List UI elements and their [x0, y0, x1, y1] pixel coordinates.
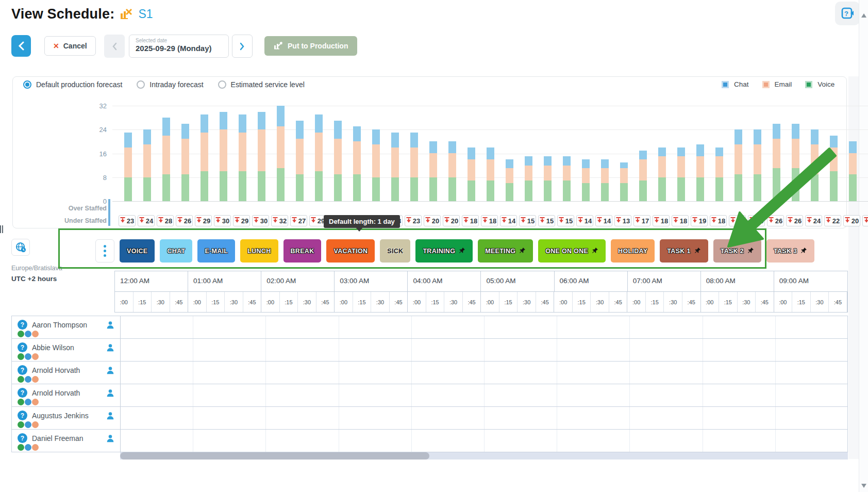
forecast-radio-2[interactable]: Estimated service level — [218, 80, 305, 89]
schedule-slot[interactable] — [339, 430, 412, 452]
schedule-slot[interactable] — [266, 407, 339, 429]
schedule-slot[interactable] — [266, 384, 339, 406]
previous-day-button[interactable] — [104, 35, 125, 58]
schedule-slot[interactable] — [703, 362, 776, 384]
activity-button-e-mail[interactable]: E-MAIL — [197, 239, 235, 263]
schedule-slot[interactable] — [630, 316, 703, 338]
schedule-slot[interactable] — [193, 384, 266, 406]
schedule-slot[interactable] — [193, 316, 266, 338]
schedule-slot[interactable] — [266, 316, 339, 338]
employee-help-icon[interactable]: ? — [18, 342, 27, 352]
next-day-button[interactable] — [232, 35, 253, 58]
schedule-slot[interactable] — [485, 430, 557, 452]
employee-help-icon[interactable]: ? — [18, 433, 27, 443]
legend-item-chat[interactable]: Chat — [722, 80, 749, 88]
help-video-button[interactable]: ? — [835, 2, 860, 25]
schedule-slot[interactable] — [703, 407, 776, 429]
employee-row[interactable]: ?Augustus Jenkins — [12, 407, 847, 430]
legend-item-email[interactable]: Email — [762, 80, 792, 88]
schedule-slot[interactable] — [776, 407, 848, 429]
legend-item-voice[interactable]: Voice — [805, 80, 834, 88]
schedule-slot[interactable] — [121, 362, 193, 384]
schedule-slot[interactable] — [630, 384, 703, 406]
schedule-slot[interactable] — [557, 316, 630, 338]
person-icon[interactable] — [106, 343, 115, 354]
activity-button-one-on-one[interactable]: ONE ON ONE — [538, 239, 606, 263]
schedule-slot[interactable] — [266, 430, 339, 452]
selected-date-field[interactable]: Selected date 2025-09-29 (Monday) — [129, 35, 229, 58]
activity-button-task-1[interactable]: TASK 1 — [660, 239, 708, 263]
schedule-slot[interactable] — [557, 339, 630, 361]
activity-button-sick[interactable]: SICK — [380, 239, 410, 263]
employee-row[interactable]: ?Arnold Horvath — [12, 384, 847, 407]
radio-dot-icon[interactable] — [137, 80, 145, 89]
schedule-slot[interactable] — [121, 407, 193, 429]
schedule-slot[interactable] — [776, 316, 848, 338]
schedule-slot[interactable] — [412, 430, 485, 452]
schedule-slot[interactable] — [703, 384, 776, 406]
person-icon[interactable] — [106, 411, 115, 422]
activity-button-break[interactable]: BREAK — [283, 239, 322, 263]
back-button[interactable] — [11, 35, 31, 57]
schedule-slot[interactable] — [776, 384, 848, 406]
schedule-slot[interactable] — [266, 339, 339, 361]
horizontal-scrollbar[interactable] — [120, 452, 848, 460]
schedule-slot[interactable] — [339, 407, 412, 429]
schedule-slot[interactable] — [557, 430, 630, 452]
activity-button-task-3[interactable]: TASK 3 — [766, 239, 814, 263]
activity-button-vacation[interactable]: VACATION — [326, 239, 375, 263]
schedule-slot[interactable] — [121, 384, 193, 406]
person-icon[interactable] — [106, 366, 115, 377]
schedule-slot[interactable] — [193, 407, 266, 429]
activity-button-training[interactable]: TRAINING — [415, 239, 473, 263]
schedule-slot[interactable] — [339, 339, 412, 361]
scroll-up-arrow-icon[interactable] — [861, 13, 866, 18]
schedule-slot[interactable] — [339, 316, 412, 338]
person-icon[interactable] — [106, 434, 115, 445]
schedule-slot[interactable] — [485, 407, 557, 429]
radio-dot-icon[interactable] — [23, 80, 31, 89]
schedule-slot[interactable] — [485, 362, 557, 384]
employee-help-icon[interactable]: ? — [18, 411, 27, 420]
schedule-slot[interactable] — [412, 362, 485, 384]
schedule-slot[interactable] — [412, 339, 485, 361]
schedule-slot[interactable] — [485, 384, 557, 406]
schedule-slot[interactable] — [121, 316, 193, 338]
employee-help-icon[interactable]: ? — [18, 365, 27, 375]
activities-menu-button[interactable] — [95, 239, 114, 263]
radio-dot-icon[interactable] — [218, 80, 226, 89]
schedule-slot[interactable] — [485, 339, 557, 361]
schedule-slot[interactable] — [412, 407, 485, 429]
schedule-slot[interactable] — [121, 430, 193, 452]
schedule-slot[interactable] — [193, 339, 266, 361]
scroll-down-arrow-icon[interactable] — [861, 484, 866, 488]
employee-row[interactable]: ?Abbie Wilson — [12, 339, 847, 362]
activity-button-chat[interactable]: CHAT — [160, 239, 192, 263]
schedule-slot[interactable] — [703, 339, 776, 361]
horizontal-scrollbar-thumb[interactable] — [120, 452, 429, 460]
schedule-slot[interactable] — [412, 316, 485, 338]
left-edge-handle[interactable] — [0, 225, 4, 233]
employee-help-icon[interactable]: ? — [18, 388, 27, 398]
schedule-slot[interactable] — [703, 430, 776, 452]
schedule-slot[interactable] — [776, 362, 848, 384]
schedule-slot[interactable] — [193, 362, 266, 384]
schedule-slot[interactable] — [776, 339, 848, 361]
numbers-divider-handle[interactable] — [108, 199, 110, 226]
schedule-slot[interactable] — [339, 384, 412, 406]
timezone-globe-button[interactable] — [11, 239, 30, 256]
schedule-slot[interactable] — [703, 316, 776, 338]
activity-button-lunch[interactable]: LUNCH — [240, 239, 278, 263]
schedule-slot[interactable] — [776, 430, 848, 452]
schedule-slot[interactable] — [339, 362, 412, 384]
employee-help-icon[interactable]: ? — [18, 320, 27, 330]
activity-button-holiday[interactable]: HOLIDAY — [611, 239, 655, 263]
activity-button-task-2[interactable]: TASK 2 — [713, 239, 761, 263]
schedule-slot[interactable] — [630, 339, 703, 361]
person-icon[interactable] — [106, 320, 115, 332]
schedule-slot[interactable] — [557, 407, 630, 429]
schedule-slot[interactable] — [630, 430, 703, 452]
activity-button-voice[interactable]: VOICE — [120, 239, 155, 263]
schedule-slot[interactable] — [412, 384, 485, 406]
schedule-slot[interactable] — [266, 362, 339, 384]
